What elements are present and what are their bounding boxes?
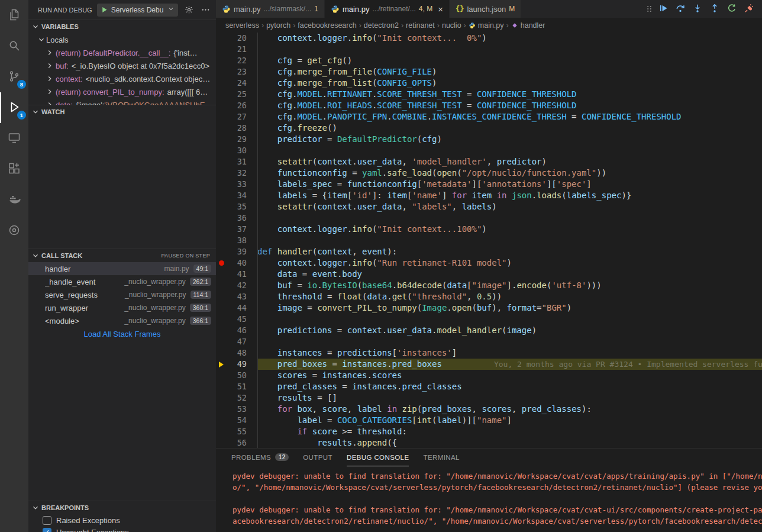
activity-item-docker[interactable]: [0, 185, 28, 215]
panel-tab-output[interactable]: OUTPUT: [303, 449, 332, 466]
breadcrumb-item-handler[interactable]: handler: [511, 21, 545, 30]
code-line[interactable]: 44 image = convert_PIL_to_numpy(Image.op…: [216, 302, 762, 314]
breadcrumb-item-serverless[interactable]: serverless: [225, 21, 259, 30]
activity-item-files[interactable]: [0, 0, 28, 31]
json-icon: {}: [456, 5, 464, 13]
callstack-section-header[interactable]: CALL STACK PAUSED ON STEP: [28, 249, 216, 262]
load-all-stack-frames-link[interactable]: Load All Stack Frames: [28, 327, 216, 341]
more-actions-icon[interactable]: [199, 5, 211, 14]
breadcrumb-item-facebookresearch[interactable]: facebookresearch: [298, 21, 356, 30]
variable-row[interactable]: buf:<_io.BytesIO object at 0x7f5a2dc1ecc…: [28, 59, 216, 72]
editor-tab[interactable]: main.py.../siammask/...1: [216, 0, 325, 18]
code-line[interactable]: 28 cfg.freeze(): [216, 122, 762, 134]
code-line[interactable]: 53 for box, score, label in zip(pred_box…: [216, 404, 762, 415]
stack-frame-row[interactable]: <module>_nuclio_wrapper.py366:1: [28, 314, 216, 327]
code-line[interactable]: 33 labels_spec = functionconfig['metadat…: [216, 179, 762, 190]
breakpoints-section-header[interactable]: BREAKPOINTS: [28, 501, 216, 514]
stack-frame-row[interactable]: handlermain.py49:1: [28, 262, 216, 275]
code-line[interactable]: 25 cfg.MODEL.RETINANET.SCORE_THRESH_TEST…: [216, 89, 762, 100]
code-line[interactable]: 20 context.logger.info("Init context... …: [216, 33, 762, 44]
code-line[interactable]: 22 cfg = get_cfg(): [216, 55, 762, 66]
gear-icon[interactable]: [183, 5, 195, 14]
line-number: 31: [227, 156, 247, 167]
activity-item-source-control[interactable]: 8: [0, 62, 28, 92]
code-line[interactable]: 46 predictions = context.user_data.model…: [216, 325, 762, 336]
code-line[interactable]: 43 threshold = float(data.get("threshold…: [216, 291, 762, 302]
checkbox[interactable]: [43, 516, 51, 525]
panel-tab-terminal[interactable]: TERMINAL: [423, 449, 459, 466]
code-line[interactable]: 27 cfg.MODEL.PANOPTIC_FPN.COMBINE.INSTAN…: [216, 111, 762, 122]
activity-item-search[interactable]: [0, 31, 28, 62]
breakpoint-row[interactable]: ✓Uncaught Exceptions: [28, 526, 216, 532]
editor-tab[interactable]: main.py.../retinanet/...4, M×: [325, 0, 450, 18]
activity-item-run-debug[interactable]: 1: [0, 92, 28, 123]
close-icon[interactable]: ×: [438, 5, 443, 14]
variables-section-header[interactable]: VARIABLES: [28, 20, 216, 33]
code-line[interactable]: 37 context.logger.info("Init context...1…: [216, 224, 762, 235]
code-line[interactable]: 26 cfg.MODEL.ROI_HEADS.SCORE_THRESH_TEST…: [216, 100, 762, 111]
code-line[interactable]: 38: [216, 235, 762, 246]
variable-row[interactable]: (return) convert_PIL_to_numpy:array([[[ …: [28, 85, 216, 98]
code-line[interactable]: 54 label = COCO_CATEGORIES[int(label)]["…: [216, 415, 762, 426]
code-line[interactable]: 34 labels = {item['id']: item['name'] fo…: [216, 190, 762, 201]
code-line[interactable]: 52 results = []: [216, 392, 762, 404]
stack-frame-row[interactable]: serve_requests_nuclio_wrapper.py114:1: [28, 288, 216, 301]
code-line[interactable]: 42 buf = io.BytesIO(base64.b64decode(dat…: [216, 280, 762, 291]
breakpoint-row[interactable]: Raised Exceptions: [28, 514, 216, 526]
variables-scope-locals[interactable]: Locals: [28, 33, 216, 46]
breadcrumb-item-nuclio[interactable]: nuclio: [442, 21, 461, 30]
panel-tab-problems[interactable]: PROBLEMS12: [231, 449, 289, 466]
activity-item-extension-circle[interactable]: [0, 215, 28, 246]
code-line[interactable]: 31 setattr(context.user_data, 'model_han…: [216, 156, 762, 167]
stack-frame-row[interactable]: _handle_event_nuclio_wrapper.py262:1: [28, 275, 216, 288]
code-line[interactable]: 47: [216, 336, 762, 347]
line-number: 29: [227, 134, 247, 145]
variable-row[interactable]: data:{'image': 'iVBORw0KGgoAAAANSUhE…: [28, 98, 216, 105]
code-line[interactable]: 35 setattr(context.user_data, "labels", …: [216, 201, 762, 212]
code-line[interactable]: 51 pred_classes = instances.pred_classes: [216, 381, 762, 392]
code-line[interactable]: 40 context.logger.info("Run retinanet-R1…: [216, 257, 762, 269]
code-line[interactable]: 39def handler(context, event):: [216, 246, 762, 257]
editor-tab[interactable]: {}launch.jsonM: [450, 0, 521, 18]
start-debugging-icon[interactable]: [101, 6, 108, 14]
breadcrumb-item-detectron2[interactable]: detectron2: [364, 21, 399, 30]
code-line[interactable]: 29 predictor = DefaultPredictor(cfg): [216, 134, 762, 145]
code-line[interactable]: 48 instances = predictions['instances']: [216, 347, 762, 359]
toolbar-grip-icon[interactable]: [647, 4, 652, 14]
code-line[interactable]: 21: [216, 44, 762, 55]
watch-section-header[interactable]: WATCH: [28, 105, 216, 118]
stack-frame-row[interactable]: run_wrapper_nuclio_wrapper.py360:1: [28, 301, 216, 314]
debug-console-output[interactable]: pydev debugger: unable to find translati…: [216, 466, 762, 532]
debug-config-dropdown[interactable]: Serverless Debu: [97, 4, 178, 17]
code-line[interactable]: 56 results.append({: [216, 437, 762, 448]
debug-disconnect-button[interactable]: [743, 3, 755, 15]
breakpoint-icon[interactable]: [216, 260, 227, 266]
breakpoints-section: BREAKPOINTS Raised Exceptions✓Uncaught E…: [28, 501, 216, 532]
breadcrumb-item-retinanet[interactable]: retinanet: [406, 21, 435, 30]
code-line[interactable]: 32 functionconfig = yaml.safe_load(open(…: [216, 167, 762, 179]
debug-step-out-button[interactable]: [709, 3, 721, 15]
debug-step-over-button[interactable]: [674, 3, 686, 15]
breadcrumb-item-pytorch[interactable]: pytorch: [266, 21, 290, 30]
code-line[interactable]: 24 cfg.merge_from_list(CONFIG_OPTS): [216, 78, 762, 89]
code-line[interactable]: 49 pred_boxes = instances.pred_boxesYou,…: [216, 359, 762, 370]
code-line[interactable]: 45: [216, 314, 762, 325]
breadcrumb-item-main-py[interactable]: main.py: [469, 21, 504, 30]
variable-row[interactable]: context:<nuclio_sdk.context.Context obje…: [28, 72, 216, 85]
code-line[interactable]: 23 cfg.merge_from_file(CONFIG_FILE): [216, 66, 762, 78]
panel-tab-debug-console[interactable]: DEBUG CONSOLE: [347, 449, 409, 466]
code-line[interactable]: 36: [216, 212, 762, 224]
current-line-arrow-icon[interactable]: [216, 362, 227, 367]
debug-step-into-button[interactable]: [692, 3, 703, 15]
code-line[interactable]: 50 scores = instances.scores: [216, 370, 762, 381]
checkbox[interactable]: ✓: [43, 528, 51, 532]
code-line[interactable]: 30: [216, 145, 762, 156]
code-line[interactable]: 41 data = event.body: [216, 269, 762, 280]
code-editor[interactable]: 20 context.logger.info("Init context... …: [216, 33, 762, 448]
activity-item-extensions[interactable]: [0, 154, 28, 185]
code-line[interactable]: 55 if score >= threshold:: [216, 426, 762, 437]
debug-continue-button[interactable]: [657, 3, 669, 15]
variable-row[interactable]: (return) DefaultPredictor.__call__:{'ins…: [28, 46, 216, 59]
activity-item-remote-explorer[interactable]: [0, 123, 28, 154]
debug-restart-button[interactable]: [726, 3, 738, 15]
